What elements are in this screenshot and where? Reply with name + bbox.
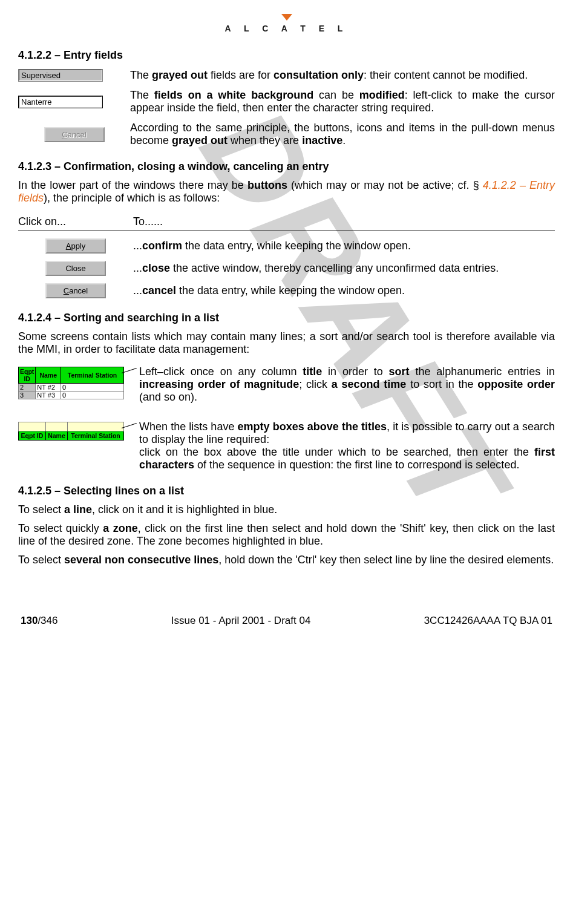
- table-row[interactable]: 2 NT #2 0: [19, 384, 124, 392]
- col-eqpt-id[interactable]: Eqpt ID: [19, 367, 36, 384]
- editable-example-field[interactable]: Nanterre: [18, 96, 103, 108]
- col-name[interactable]: Name: [45, 431, 67, 441]
- readonly-field-description: The grayed out fields are for consultati…: [130, 69, 555, 82]
- issue-info: Issue 01 - April 2001 - Draft 04: [171, 615, 311, 627]
- close-description: ...close the active window, thereby canc…: [133, 262, 555, 275]
- select-multi-para: To select several non consecutive lines,…: [18, 554, 555, 566]
- cancel-button-disabled-example: Cancel: [44, 127, 105, 142]
- search-description: When the lists have empty boxes above th…: [139, 421, 555, 471]
- table-header-click-on: Click on...: [18, 215, 133, 228]
- select-line-para: To select a line, click on it and it is …: [18, 503, 555, 516]
- readonly-example-field: Supervised: [18, 69, 103, 82]
- search-box-name[interactable]: [45, 422, 67, 431]
- apply-description: ...confirm the data entry, while keeping…: [133, 240, 555, 252]
- page-total: /346: [38, 615, 57, 626]
- logo-triangle-icon: [281, 14, 292, 21]
- search-box-eqpt-id[interactable]: [19, 422, 46, 431]
- table-row[interactable]: 3 NT #3 0: [19, 392, 124, 399]
- apply-button[interactable]: Apply: [45, 238, 106, 254]
- table-header-to: To......: [133, 215, 555, 228]
- col-terminal-station[interactable]: Terminal Station: [68, 431, 124, 441]
- pointer-line-icon: [124, 422, 137, 434]
- action-table-header: Click on... To......: [18, 215, 555, 231]
- col-eqpt-id[interactable]: Eqpt ID: [19, 431, 46, 441]
- heading-4-1-2-2: 4.1.2.2 – Entry fields: [18, 49, 555, 62]
- page-footer: 130/346 Issue 01 - April 2001 - Draft 04…: [18, 615, 555, 627]
- close-button[interactable]: Close: [45, 261, 106, 276]
- cancel-button[interactable]: Cancel: [45, 283, 106, 298]
- heading-4-1-2-4: 4.1.2.4 – Sorting and searching in a lis…: [18, 312, 555, 324]
- col-terminal-station[interactable]: Terminal Station: [61, 367, 124, 384]
- search-box-terminal-station[interactable]: [68, 422, 124, 431]
- sorting-intro: Some screens contain lists which may con…: [18, 330, 555, 356]
- brand-logo: A L C A T E L: [18, 12, 555, 33]
- pointer-line-icon: [124, 367, 137, 379]
- search-example-table: Eqpt ID Name Terminal Station: [18, 422, 124, 441]
- heading-4-1-2-5: 4.1.2.5 – Selecting lines on a list: [18, 485, 555, 497]
- sort-example-table: Eqpt ID Name Terminal Station 2 NT #2 0 …: [18, 367, 124, 399]
- col-name[interactable]: Name: [36, 367, 61, 384]
- sort-description: Left–click once on any column title in o…: [139, 365, 555, 404]
- select-zone-para: To select quickly a zone, click on the f…: [18, 522, 555, 548]
- doc-reference: 3CC12426AAAA TQ BJA 01: [424, 615, 552, 627]
- cancel-description: ...cancel the data entry, while keeping …: [133, 284, 555, 297]
- editable-field-description: The fields on a white background can be …: [130, 89, 555, 114]
- disabled-button-description: According to the same principle, the but…: [130, 122, 555, 147]
- confirmation-intro: In the lower part of the windows there m…: [18, 179, 555, 205]
- heading-4-1-2-3: 4.1.2.3 – Confirmation, closing a window…: [18, 160, 555, 173]
- brand-name: A L C A T E L: [18, 24, 555, 33]
- page-number: 130: [21, 615, 38, 626]
